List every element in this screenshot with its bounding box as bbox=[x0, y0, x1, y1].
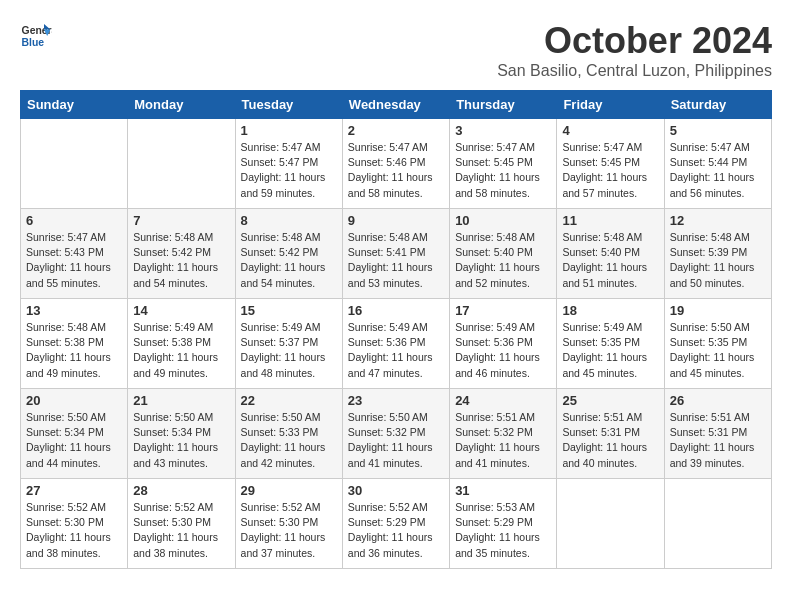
header: General Blue October 2024 San Basilio, C… bbox=[20, 20, 772, 80]
day-info: Sunrise: 5:50 AM Sunset: 5:33 PM Dayligh… bbox=[241, 410, 337, 471]
logo: General Blue bbox=[20, 20, 52, 52]
calendar-cell: 16Sunrise: 5:49 AM Sunset: 5:36 PM Dayli… bbox=[342, 299, 449, 389]
day-info: Sunrise: 5:52 AM Sunset: 5:30 PM Dayligh… bbox=[241, 500, 337, 561]
day-info: Sunrise: 5:48 AM Sunset: 5:41 PM Dayligh… bbox=[348, 230, 444, 291]
day-number: 23 bbox=[348, 393, 444, 408]
calendar-cell: 9Sunrise: 5:48 AM Sunset: 5:41 PM Daylig… bbox=[342, 209, 449, 299]
header-thursday: Thursday bbox=[450, 91, 557, 119]
day-number: 19 bbox=[670, 303, 766, 318]
calendar-cell: 12Sunrise: 5:48 AM Sunset: 5:39 PM Dayli… bbox=[664, 209, 771, 299]
calendar-cell: 23Sunrise: 5:50 AM Sunset: 5:32 PM Dayli… bbox=[342, 389, 449, 479]
calendar-cell: 24Sunrise: 5:51 AM Sunset: 5:32 PM Dayli… bbox=[450, 389, 557, 479]
calendar-cell: 19Sunrise: 5:50 AM Sunset: 5:35 PM Dayli… bbox=[664, 299, 771, 389]
day-info: Sunrise: 5:50 AM Sunset: 5:34 PM Dayligh… bbox=[26, 410, 122, 471]
location-title: San Basilio, Central Luzon, Philippines bbox=[497, 62, 772, 80]
calendar-cell: 7Sunrise: 5:48 AM Sunset: 5:42 PM Daylig… bbox=[128, 209, 235, 299]
day-info: Sunrise: 5:47 AM Sunset: 5:46 PM Dayligh… bbox=[348, 140, 444, 201]
calendar-body: 1Sunrise: 5:47 AM Sunset: 5:47 PM Daylig… bbox=[21, 119, 772, 569]
header-saturday: Saturday bbox=[664, 91, 771, 119]
day-number: 11 bbox=[562, 213, 658, 228]
day-number: 14 bbox=[133, 303, 229, 318]
calendar-cell: 28Sunrise: 5:52 AM Sunset: 5:30 PM Dayli… bbox=[128, 479, 235, 569]
day-info: Sunrise: 5:49 AM Sunset: 5:35 PM Dayligh… bbox=[562, 320, 658, 381]
calendar-cell bbox=[557, 479, 664, 569]
week-row-0: 1Sunrise: 5:47 AM Sunset: 5:47 PM Daylig… bbox=[21, 119, 772, 209]
calendar-cell: 5Sunrise: 5:47 AM Sunset: 5:44 PM Daylig… bbox=[664, 119, 771, 209]
day-info: Sunrise: 5:48 AM Sunset: 5:40 PM Dayligh… bbox=[455, 230, 551, 291]
calendar-cell: 17Sunrise: 5:49 AM Sunset: 5:36 PM Dayli… bbox=[450, 299, 557, 389]
day-info: Sunrise: 5:52 AM Sunset: 5:29 PM Dayligh… bbox=[348, 500, 444, 561]
day-info: Sunrise: 5:49 AM Sunset: 5:36 PM Dayligh… bbox=[455, 320, 551, 381]
title-block: October 2024 San Basilio, Central Luzon,… bbox=[497, 20, 772, 80]
calendar-cell: 11Sunrise: 5:48 AM Sunset: 5:40 PM Dayli… bbox=[557, 209, 664, 299]
month-title: October 2024 bbox=[497, 20, 772, 62]
calendar-cell: 14Sunrise: 5:49 AM Sunset: 5:38 PM Dayli… bbox=[128, 299, 235, 389]
header-row: SundayMondayTuesdayWednesdayThursdayFrid… bbox=[21, 91, 772, 119]
day-info: Sunrise: 5:49 AM Sunset: 5:38 PM Dayligh… bbox=[133, 320, 229, 381]
week-row-2: 13Sunrise: 5:48 AM Sunset: 5:38 PM Dayli… bbox=[21, 299, 772, 389]
day-number: 24 bbox=[455, 393, 551, 408]
day-info: Sunrise: 5:48 AM Sunset: 5:42 PM Dayligh… bbox=[241, 230, 337, 291]
day-number: 15 bbox=[241, 303, 337, 318]
day-number: 6 bbox=[26, 213, 122, 228]
day-info: Sunrise: 5:51 AM Sunset: 5:31 PM Dayligh… bbox=[670, 410, 766, 471]
day-number: 10 bbox=[455, 213, 551, 228]
day-info: Sunrise: 5:48 AM Sunset: 5:39 PM Dayligh… bbox=[670, 230, 766, 291]
day-info: Sunrise: 5:52 AM Sunset: 5:30 PM Dayligh… bbox=[133, 500, 229, 561]
calendar-cell bbox=[21, 119, 128, 209]
calendar-cell: 27Sunrise: 5:52 AM Sunset: 5:30 PM Dayli… bbox=[21, 479, 128, 569]
day-number: 5 bbox=[670, 123, 766, 138]
day-number: 26 bbox=[670, 393, 766, 408]
calendar-header: SundayMondayTuesdayWednesdayThursdayFrid… bbox=[21, 91, 772, 119]
calendar-cell: 1Sunrise: 5:47 AM Sunset: 5:47 PM Daylig… bbox=[235, 119, 342, 209]
day-info: Sunrise: 5:48 AM Sunset: 5:40 PM Dayligh… bbox=[562, 230, 658, 291]
day-number: 2 bbox=[348, 123, 444, 138]
calendar-cell: 8Sunrise: 5:48 AM Sunset: 5:42 PM Daylig… bbox=[235, 209, 342, 299]
calendar-cell: 30Sunrise: 5:52 AM Sunset: 5:29 PM Dayli… bbox=[342, 479, 449, 569]
calendar-cell: 2Sunrise: 5:47 AM Sunset: 5:46 PM Daylig… bbox=[342, 119, 449, 209]
calendar-cell: 22Sunrise: 5:50 AM Sunset: 5:33 PM Dayli… bbox=[235, 389, 342, 479]
day-info: Sunrise: 5:48 AM Sunset: 5:38 PM Dayligh… bbox=[26, 320, 122, 381]
calendar-cell bbox=[664, 479, 771, 569]
header-friday: Friday bbox=[557, 91, 664, 119]
day-info: Sunrise: 5:50 AM Sunset: 5:35 PM Dayligh… bbox=[670, 320, 766, 381]
day-info: Sunrise: 5:49 AM Sunset: 5:36 PM Dayligh… bbox=[348, 320, 444, 381]
week-row-1: 6Sunrise: 5:47 AM Sunset: 5:43 PM Daylig… bbox=[21, 209, 772, 299]
calendar-cell: 26Sunrise: 5:51 AM Sunset: 5:31 PM Dayli… bbox=[664, 389, 771, 479]
day-info: Sunrise: 5:47 AM Sunset: 5:45 PM Dayligh… bbox=[562, 140, 658, 201]
day-number: 4 bbox=[562, 123, 658, 138]
calendar-cell: 21Sunrise: 5:50 AM Sunset: 5:34 PM Dayli… bbox=[128, 389, 235, 479]
day-number: 13 bbox=[26, 303, 122, 318]
week-row-3: 20Sunrise: 5:50 AM Sunset: 5:34 PM Dayli… bbox=[21, 389, 772, 479]
logo-icon: General Blue bbox=[20, 20, 52, 52]
week-row-4: 27Sunrise: 5:52 AM Sunset: 5:30 PM Dayli… bbox=[21, 479, 772, 569]
header-wednesday: Wednesday bbox=[342, 91, 449, 119]
day-number: 20 bbox=[26, 393, 122, 408]
day-number: 8 bbox=[241, 213, 337, 228]
calendar-cell: 29Sunrise: 5:52 AM Sunset: 5:30 PM Dayli… bbox=[235, 479, 342, 569]
day-info: Sunrise: 5:51 AM Sunset: 5:32 PM Dayligh… bbox=[455, 410, 551, 471]
calendar-cell bbox=[128, 119, 235, 209]
svg-text:Blue: Blue bbox=[22, 37, 45, 48]
day-info: Sunrise: 5:50 AM Sunset: 5:34 PM Dayligh… bbox=[133, 410, 229, 471]
calendar-cell: 6Sunrise: 5:47 AM Sunset: 5:43 PM Daylig… bbox=[21, 209, 128, 299]
calendar-cell: 3Sunrise: 5:47 AM Sunset: 5:45 PM Daylig… bbox=[450, 119, 557, 209]
day-number: 27 bbox=[26, 483, 122, 498]
header-tuesday: Tuesday bbox=[235, 91, 342, 119]
day-number: 17 bbox=[455, 303, 551, 318]
day-number: 9 bbox=[348, 213, 444, 228]
calendar-cell: 13Sunrise: 5:48 AM Sunset: 5:38 PM Dayli… bbox=[21, 299, 128, 389]
day-number: 31 bbox=[455, 483, 551, 498]
calendar-cell: 31Sunrise: 5:53 AM Sunset: 5:29 PM Dayli… bbox=[450, 479, 557, 569]
day-info: Sunrise: 5:53 AM Sunset: 5:29 PM Dayligh… bbox=[455, 500, 551, 561]
day-number: 28 bbox=[133, 483, 229, 498]
day-info: Sunrise: 5:51 AM Sunset: 5:31 PM Dayligh… bbox=[562, 410, 658, 471]
day-number: 12 bbox=[670, 213, 766, 228]
header-monday: Monday bbox=[128, 91, 235, 119]
calendar-cell: 10Sunrise: 5:48 AM Sunset: 5:40 PM Dayli… bbox=[450, 209, 557, 299]
calendar-cell: 20Sunrise: 5:50 AM Sunset: 5:34 PM Dayli… bbox=[21, 389, 128, 479]
day-number: 3 bbox=[455, 123, 551, 138]
day-number: 25 bbox=[562, 393, 658, 408]
day-number: 18 bbox=[562, 303, 658, 318]
day-number: 7 bbox=[133, 213, 229, 228]
